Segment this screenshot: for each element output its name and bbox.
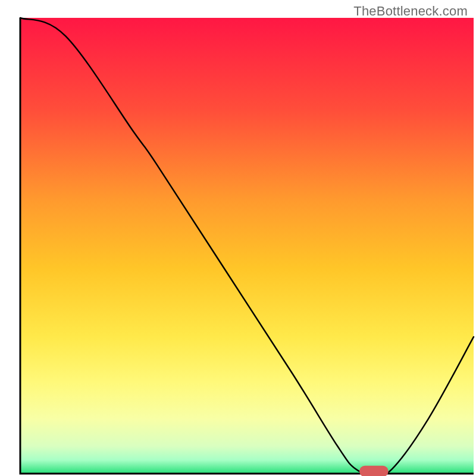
chart-svg — [0, 0, 476, 476]
gradient-background — [20, 18, 474, 474]
chart-container: TheBottleneck.com — [0, 0, 476, 476]
plot-area — [20, 18, 474, 476]
optimal-point-marker — [359, 466, 389, 476]
watermark: TheBottleneck.com — [353, 4, 468, 19]
